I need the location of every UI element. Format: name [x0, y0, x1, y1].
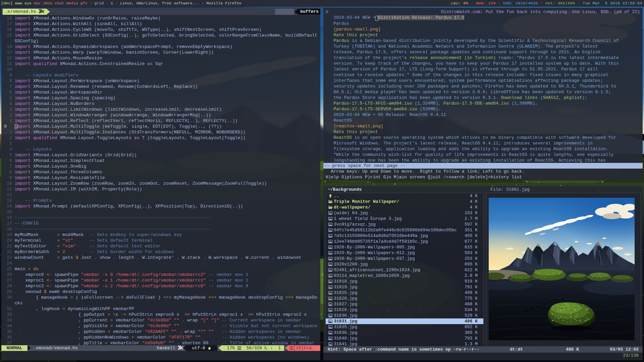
svg-text:N: N [266, 348, 268, 350]
